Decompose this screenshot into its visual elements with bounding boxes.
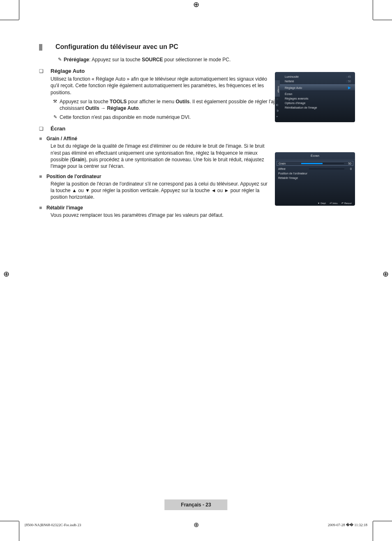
return-icon: ↶ — [341, 202, 344, 204]
crop-mark — [373, 0, 373, 20]
osd2-footer: ✦Dépl. ⏎Intro. ↶Retour — [275, 200, 355, 206]
osd-side-tab: Image — [275, 80, 280, 97]
registration-mark-left: ⊕ — [3, 269, 9, 279]
crop-mark — [373, 521, 373, 541]
osd-image-menu: Image ○ ◐ ◑ ▸ Luminosité : 45 Netteté : … — [275, 72, 355, 122]
print-info-right: 2009-07-28 �� 11:32:18 — [328, 523, 367, 527]
reglage-auto-title: Réglage Auto — [51, 68, 85, 74]
osd2-return: ↶Retour — [341, 202, 352, 204]
note-icon: ✎ — [55, 56, 64, 63]
osd-row-reinit: Réinitialisation de l'image — [275, 105, 355, 110]
note-icon: ✎ — [51, 114, 60, 121]
section-title: Configuration du téléviseur avec un PC — [39, 43, 355, 51]
grain-affine-heading: ■ Grain / Affiné — [39, 136, 355, 142]
prereglage-note: ✎ Préréglage: Appuyez sur la touche SOUR… — [55, 56, 355, 63]
osd-ecran-menu: Écran Grain 50 Affiné 0 Position de l'or… — [275, 152, 355, 206]
osd-nav-icon: ▸ — [275, 115, 280, 121]
move-icon: ✦ — [318, 202, 320, 204]
osd2-row-position: Position de l'ordinateur — [275, 171, 355, 176]
slider-affine — [309, 168, 344, 169]
osd-nav-icon: ◑ — [275, 109, 280, 115]
osd-selected-reglage-auto: Réglage Auto ▶ — [275, 84, 355, 91]
crop-mark — [19, 521, 19, 541]
enter-icon: ⏎ — [330, 202, 332, 204]
ecran-title: Écran — [51, 125, 65, 132]
crop-mark — [0, 20, 19, 20]
slider-grain — [301, 163, 344, 164]
osd-row-ecran: Écran — [275, 92, 355, 96]
osd-row-reglages-avances: Réglages avancés — [275, 96, 355, 101]
osd2-row-affine: Affiné 0 — [275, 167, 355, 171]
osd2-row-grain: Grain 50 — [277, 161, 353, 166]
reset-body: Vous pouvez remplacer tous les paramètre… — [51, 212, 272, 218]
osd2-title: Écran — [275, 152, 355, 160]
source-label: SOURCE — [142, 57, 163, 63]
osd-nav-icon: ◐ — [275, 103, 280, 109]
crop-mark — [373, 521, 392, 521]
square-bullet-icon: ■ — [39, 205, 46, 211]
crop-mark — [19, 0, 19, 20]
q-mark-icon: ❏ — [39, 126, 51, 132]
osd-row-luminosite: Luminosité : 45 — [275, 74, 355, 79]
tools-icon: ⚒ — [51, 98, 60, 111]
osd-row-nettete: Netteté : 50 — [275, 79, 355, 84]
position-body: Régler la position de l'écran de l'ordin… — [51, 181, 272, 201]
page-footer: Français - 23 — [164, 499, 227, 510]
square-bullet-icon: ■ — [39, 136, 46, 142]
grain-body: Le but du réglage de la qualité de l'ima… — [51, 143, 272, 169]
note-text: Préréglage: Appuyez sur la touche SOURCE… — [64, 56, 355, 63]
registration-mark-bottom: ⊕ — [194, 521, 199, 529]
crop-mark — [373, 20, 392, 20]
reglage-auto-body: Utilisez la fonction « Réglage Auto » af… — [51, 76, 272, 96]
osd2-row-reset: Rétablir l'image — [275, 176, 355, 180]
osd2-enter: ⏎Intro. — [330, 202, 338, 204]
square-bullet-icon: ■ — [39, 174, 46, 179]
registration-mark-top: ⊕ — [193, 0, 199, 9]
osd2-move: ✦Dépl. — [318, 202, 326, 204]
chevron-right-icon: ▶ — [348, 86, 351, 90]
print-info-left: [8500-NA]BN68-02322C-Fre.indb 23 — [25, 523, 81, 527]
prereglage-label: Préréglage — [64, 57, 89, 63]
registration-mark-right: ⊕ — [383, 269, 389, 279]
osd-side-icons: ○ ◐ ◑ ▸ — [275, 98, 280, 121]
osd-nav-icon: ○ — [275, 98, 280, 103]
q-mark-icon: ❏ — [39, 68, 51, 74]
crop-mark — [0, 521, 19, 521]
osd-row-options-image: Options d'image — [275, 101, 355, 105]
